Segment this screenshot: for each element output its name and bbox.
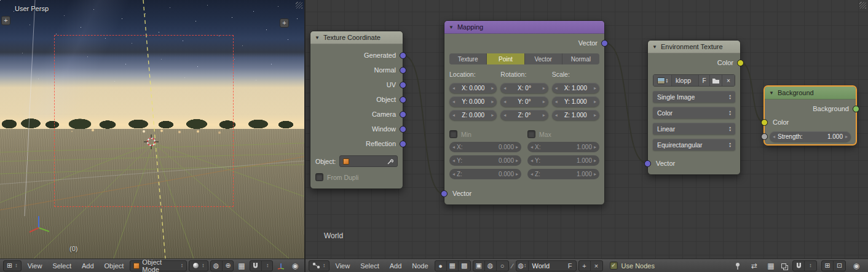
socket-uv-output[interactable] bbox=[400, 82, 406, 88]
new-datablock-button[interactable]: + bbox=[579, 261, 591, 271]
fake-user-button[interactable]: F bbox=[699, 75, 710, 86]
unlink-datablock-button[interactable]: × bbox=[591, 261, 602, 271]
projection-dropdown[interactable]: Equirectangular ▴▾ bbox=[653, 139, 735, 150]
pin-button[interactable] bbox=[732, 260, 744, 271]
location-y-field[interactable]: ◂Y: 0.000▸ bbox=[449, 96, 497, 107]
socket-generated-output[interactable] bbox=[400, 52, 406, 59]
lamp-shader-button[interactable]: ○ bbox=[497, 261, 508, 271]
render-button[interactable]: ◉ bbox=[850, 260, 862, 271]
socket-vector-input[interactable] bbox=[644, 160, 651, 167]
menu-add[interactable]: Add bbox=[77, 262, 98, 270]
fake-user-button[interactable]: F bbox=[564, 261, 576, 271]
tab-vector[interactable]: Vector bbox=[525, 53, 562, 64]
location-x-field[interactable]: ◂X: 0.000▸ bbox=[449, 83, 497, 93]
object-selector[interactable] bbox=[339, 155, 398, 167]
rotation-x-field[interactable]: ◂X: 0°▸ bbox=[500, 83, 548, 93]
toolshelf-expand-button[interactable]: + bbox=[1, 16, 10, 25]
tab-point[interactable]: Point bbox=[487, 53, 524, 64]
browse-world-button[interactable]: ◍ ↕ bbox=[516, 261, 528, 271]
rotation-z-field[interactable]: ◂Z: 0°▸ bbox=[500, 110, 548, 120]
snap-element-dropdown[interactable]: ↕ bbox=[262, 261, 273, 271]
max-checkbox[interactable] bbox=[527, 130, 535, 138]
socket-background-output[interactable] bbox=[853, 106, 859, 112]
world-shader-button[interactable]: ◍ bbox=[485, 261, 497, 271]
socket-reflection-output[interactable] bbox=[400, 141, 406, 147]
menu-object[interactable]: Object bbox=[100, 262, 128, 270]
snap-magnet-button[interactable] bbox=[793, 261, 805, 271]
manipulator-axis-button[interactable] bbox=[275, 260, 287, 271]
viewport-3d-canvas[interactable]: User Persp (0) + + bbox=[0, 0, 304, 258]
texture-nodes-button[interactable]: ▩ bbox=[459, 261, 470, 271]
area-resize-grip[interactable] bbox=[859, 2, 866, 9]
menu-view[interactable]: View bbox=[23, 262, 47, 270]
tab-texture[interactable]: Texture bbox=[449, 53, 487, 64]
properties-panel-expand-button[interactable]: + bbox=[280, 18, 289, 28]
globe-icon-button[interactable]: ◍ bbox=[211, 261, 223, 271]
rotation-y-field[interactable]: ◂Y: 0°▸ bbox=[500, 96, 548, 107]
eyedropper-icon[interactable] bbox=[387, 158, 394, 165]
shading-dropdown[interactable]: ↕ bbox=[189, 260, 208, 271]
image-name-field[interactable]: klopp bbox=[672, 75, 699, 86]
collapse-icon[interactable]: ▼ bbox=[652, 44, 657, 50]
interpolation-dropdown[interactable]: Linear ▴▾ bbox=[653, 123, 735, 134]
layers-button[interactable]: ▦ bbox=[235, 260, 248, 271]
socket-color-output[interactable] bbox=[737, 60, 744, 66]
node-header[interactable]: ▼ Texture Coordinate bbox=[310, 31, 403, 44]
tab-normal[interactable]: Normal bbox=[562, 53, 599, 64]
snap-magnet-button[interactable] bbox=[250, 261, 262, 271]
go-to-parent-button[interactable]: ⇄ bbox=[748, 260, 760, 271]
socket-object-output[interactable] bbox=[400, 96, 406, 103]
menu-node[interactable]: Node bbox=[408, 262, 432, 270]
scale-y-field[interactable]: ◂Y: 1.000▸ bbox=[552, 96, 599, 107]
node-editor-canvas[interactable]: ▼ Texture Coordinate Generated Normal UV… bbox=[306, 0, 868, 258]
menu-select[interactable]: Select bbox=[356, 262, 384, 270]
node-header[interactable]: ▼ Mapping bbox=[444, 21, 604, 34]
open-image-button[interactable] bbox=[710, 75, 722, 86]
from-dupli-checkbox[interactable] bbox=[315, 173, 323, 181]
socket-color-input[interactable] bbox=[761, 119, 768, 126]
object-shader-button[interactable]: ▣ bbox=[473, 261, 485, 271]
render-opengl-button[interactable]: ◉ bbox=[289, 260, 301, 271]
node-texture-coordinate[interactable]: ▼ Texture Coordinate Generated Normal UV… bbox=[310, 31, 403, 189]
source-dropdown[interactable]: Single Image ▴▾ bbox=[653, 91, 735, 103]
socket-camera-output[interactable] bbox=[400, 111, 406, 118]
color-space-dropdown[interactable]: Color ▴▾ bbox=[653, 107, 735, 119]
editor-type-button[interactable]: ⊞ ↕ bbox=[3, 260, 22, 271]
snap-target-button[interactable]: ⊡ bbox=[834, 261, 845, 271]
area-resize-grip[interactable] bbox=[296, 2, 302, 9]
socket-window-output[interactable] bbox=[400, 126, 406, 133]
image-browse-button[interactable]: ▴▾ bbox=[653, 75, 672, 86]
collapse-icon[interactable]: ▼ bbox=[315, 35, 320, 41]
min-checkbox[interactable] bbox=[449, 130, 457, 138]
snap-grid-button[interactable]: ⊞ bbox=[822, 261, 834, 271]
scale-z-field[interactable]: ◂Z: 1.000▸ bbox=[552, 110, 599, 120]
mode-dropdown[interactable]: Object Mode ↕ bbox=[130, 260, 187, 271]
backdrop-button[interactable]: ▦ bbox=[765, 260, 777, 271]
collapse-icon[interactable]: ▼ bbox=[449, 25, 454, 30]
location-z-field[interactable]: ◂Z: 0.000▸ bbox=[449, 110, 497, 120]
use-nodes-checkbox[interactable]: ✓ bbox=[610, 262, 618, 270]
menu-view[interactable]: View bbox=[331, 262, 355, 270]
unlink-image-button[interactable]: × bbox=[722, 75, 735, 86]
scale-x-field[interactable]: ◂X: 1.000▸ bbox=[552, 83, 599, 93]
orbit-icon-button[interactable]: ⊕ bbox=[223, 261, 234, 271]
snap-element-dropdown[interactable]: ↕ bbox=[805, 261, 816, 271]
node-environment-texture[interactable]: ▼ Environment Texture Color ▴▾ klopp F × bbox=[647, 40, 741, 175]
socket-normal-output[interactable] bbox=[400, 67, 406, 74]
node-header[interactable]: ▼ Background bbox=[765, 87, 856, 99]
strength-field[interactable]: ◂ Strength: 1.000 ▸ bbox=[770, 131, 851, 142]
editor-type-button[interactable]: ↕ bbox=[309, 260, 329, 271]
socket-vector-output[interactable] bbox=[601, 40, 608, 47]
menu-add[interactable]: Add bbox=[385, 262, 406, 270]
collapse-icon[interactable]: ▼ bbox=[769, 90, 774, 96]
shader-nodes-button[interactable]: ● bbox=[435, 261, 447, 271]
use-nodes-toggle[interactable]: ✓ Use Nodes bbox=[610, 262, 655, 270]
node-header[interactable]: ▼ Environment Texture bbox=[648, 41, 740, 53]
menu-select[interactable]: Select bbox=[48, 262, 76, 270]
node-mapping[interactable]: ▼ Mapping Vector Texture Point Vector No… bbox=[444, 20, 605, 205]
socket-strength-input[interactable] bbox=[761, 133, 768, 140]
datablock-name-field[interactable]: World bbox=[529, 262, 564, 270]
node-background[interactable]: ▼ Background Background Color ◂ Strength… bbox=[764, 86, 856, 145]
compositing-nodes-button[interactable]: ▦ bbox=[447, 261, 459, 271]
socket-vector-input[interactable] bbox=[441, 190, 448, 197]
